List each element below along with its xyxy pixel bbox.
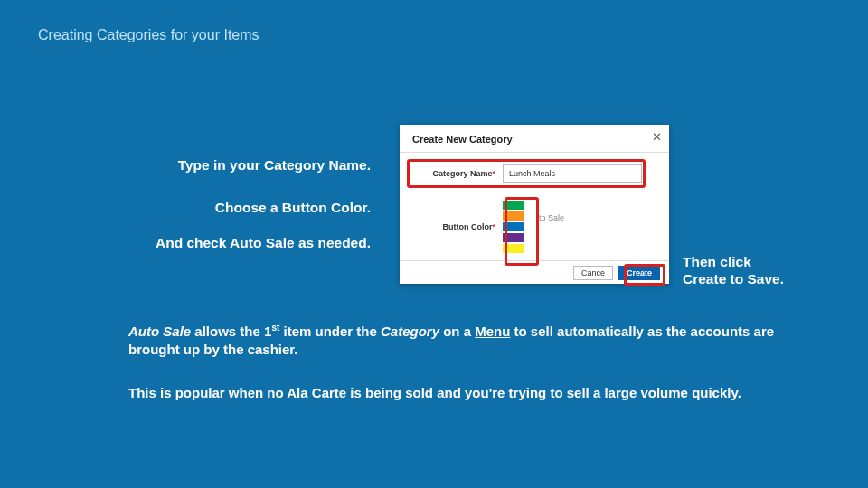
autosale-explanation: Auto Sale allows the 1st item under the …	[128, 322, 788, 360]
color-swatch-orange[interactable]	[503, 211, 524, 221]
button-color-row: Button Color*	[412, 201, 524, 253]
category-term: Category	[381, 324, 439, 339]
instruction-then-click: Then click Create to Save.	[683, 253, 845, 288]
color-picker[interactable]	[503, 201, 524, 253]
menu-term: Menu	[475, 324, 510, 339]
category-name-label: Category Name*	[412, 169, 495, 178]
instruction-category-name: Type in your Category Name.	[36, 157, 371, 174]
instruction-auto-sale: And check Auto Sale as needed.	[36, 235, 371, 251]
color-swatch-green[interactable]	[503, 201, 524, 210]
color-swatch-purple[interactable]	[503, 233, 524, 242]
dialog-divider	[400, 152, 669, 153]
color-swatch-blue[interactable]	[503, 222, 524, 231]
create-category-dialog: Create New Category ✕ Category Name* But…	[400, 125, 669, 284]
cancel-button[interactable]: Cance	[573, 266, 613, 280]
then-click-line1: Then click	[683, 254, 751, 269]
close-icon[interactable]: ✕	[652, 130, 662, 144]
category-name-input[interactable]	[503, 164, 642, 183]
then-click-line2: Create to Save.	[683, 271, 784, 286]
instruction-button-color: Choose a Button Color.	[36, 200, 371, 216]
create-button[interactable]: Create	[618, 266, 660, 280]
slide-root: Creating Categories for your Items Type …	[0, 0, 868, 488]
category-name-row: Category Name*	[412, 164, 642, 183]
auto-sale-hint: to Sale	[539, 213, 564, 222]
dialog-title: Create New Category	[412, 134, 513, 145]
color-swatch-yellow[interactable]	[503, 244, 524, 253]
required-star: *	[492, 169, 495, 178]
autosale-term: Auto Sale	[128, 324, 191, 339]
required-star-2: *	[492, 222, 495, 231]
dialog-footer: Cance Create	[400, 260, 669, 284]
autosale-usage-note: This is popular when no Ala Carte is bei…	[128, 384, 788, 402]
button-color-label: Button Color*	[412, 222, 495, 231]
slide-title: Creating Categories for your Items	[38, 27, 259, 43]
